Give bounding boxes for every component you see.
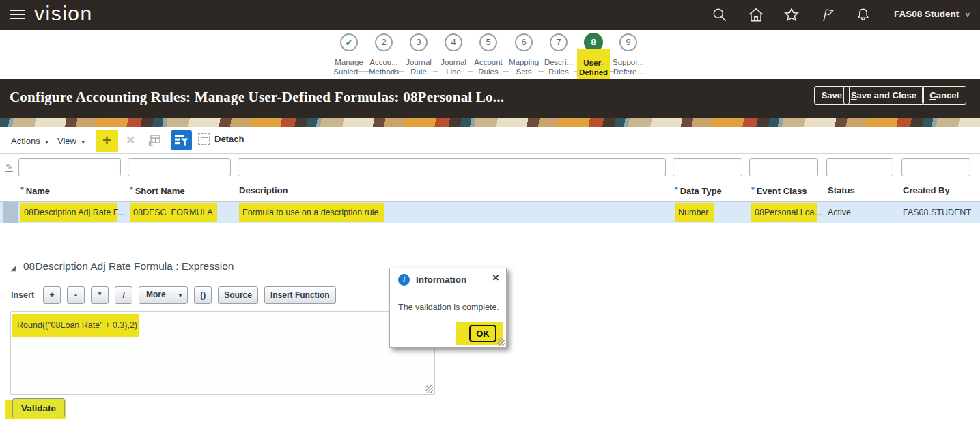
column-header-short-name[interactable]: *Short Name [130,185,185,196]
cell-data-type[interactable]: Number [675,202,746,223]
step-label: Manage [335,58,363,66]
more-split-button[interactable]: More ▾ [139,286,188,304]
cancel-button[interactable]: Cancel [922,86,966,105]
current-step-highlight: User-Defined [577,49,610,79]
train-stop-accounting-methods[interactable]: 2 Accou...Methods [365,33,403,77]
train-stop-journal-rule[interactable]: 3 JournalRule [400,33,438,77]
insert-parentheses-button[interactable]: () [194,286,212,304]
step-number: 6 [515,33,533,51]
filter-input-status[interactable] [826,158,893,176]
user-menu[interactable]: FAS08 Student ∨ [894,9,970,19]
notifications-bell-icon[interactable] [854,6,872,24]
step-label: Mapping [509,58,539,66]
filter-input-created-by[interactable] [901,158,970,176]
train-stop-user-defined[interactable]: 8 User-Defined [574,33,613,79]
train-stop-account-rules[interactable]: 5 AccountRules [469,33,507,77]
insert-minus-button[interactable]: - [67,286,85,304]
column-header-created-by[interactable]: Created By [903,185,950,195]
insert-divide-button[interactable]: / [115,286,132,304]
train-stop-mapping-sets[interactable]: 6 MappingSets [505,33,543,77]
column-header-name[interactable]: *Name [20,185,50,196]
train-stop-journal-line[interactable]: 4 JournalLine [434,33,473,77]
save-and-close-button[interactable]: Save and Close [843,86,924,105]
resize-handle[interactable] [425,385,433,393]
actions-menu[interactable]: Actions ▾ [11,136,48,146]
cell-short-name[interactable]: 08DESC_FORMULA [130,202,234,223]
row-header-cell[interactable] [3,202,18,223]
table-row-selected[interactable]: 08Description Adj Rate F... 08DESC_FORMU… [0,202,980,223]
menu-icon[interactable] [10,10,25,20]
watchlist-flag-icon[interactable] [819,6,837,24]
section-collapse-icon[interactable]: ◢ [10,264,16,273]
delete-row-icon-disabled: ✕ [126,133,135,148]
table-toolbar: Actions ▾ View ▾ + ✕ Detach [0,127,980,154]
dropdown-icon: ▾ [82,139,85,146]
detach-button[interactable]: Detach [198,133,244,145]
user-name: FAS08 Student [894,9,959,19]
detach-icon [198,133,210,145]
chevron-down-icon: ∨ [965,10,970,18]
source-button[interactable]: Source [218,286,258,304]
step-number: 7 [550,33,568,51]
close-icon[interactable]: × [492,271,499,285]
insert-multiply-button[interactable]: * [91,286,109,304]
insert-function-button[interactable]: Insert Function [264,286,336,304]
step-label: Account [474,58,503,66]
filter-input-description[interactable] [238,158,666,176]
validate-button[interactable]: Validate [12,398,65,417]
dropdown-icon: ▾ [45,139,48,146]
step-number: 2 [375,33,393,51]
ok-button[interactable]: OK [469,325,496,342]
step-number: 9 [619,33,637,51]
step-number: 5 [479,33,497,51]
page-title: Configure Accounting Rules: Manage User-… [10,89,504,106]
check-icon: ✓ [340,33,358,51]
train-stop-manage-subledger[interactable]: ✓ ManageSubled... [330,33,368,77]
dialog-message: The validation is complete. [398,303,499,312]
step-number: 4 [445,33,462,51]
duplicate-table-icon [148,134,161,150]
table-header-row: *Name *Short Name Description *Data Type… [0,180,980,202]
step-label: Journal [406,58,432,66]
step-label: Suppor... [613,58,644,66]
expression-section-title: 08Description Adj Rate Formula : Express… [23,260,234,273]
app-window: vision FAS08 Student ∨ ✓ [0,0,980,427]
step-label: User- [583,59,603,67]
filter-input-data-type[interactable] [673,158,742,176]
column-header-data-type[interactable]: *Data Type [675,185,722,196]
train-stop-description-rules[interactable]: 7 Descri...Rules [540,33,578,77]
decorative-banner [0,118,980,127]
insert-plus-button[interactable]: + [43,286,61,304]
query-by-example-button-active[interactable] [171,130,192,150]
progress-train: ✓ ManageSubled... 2 Accou...Methods 3 Jo… [0,30,980,79]
home-icon[interactable] [747,6,765,24]
view-menu[interactable]: View ▾ [57,136,85,146]
add-row-button-highlighted[interactable]: + [96,130,118,152]
column-header-status[interactable]: Status [828,185,855,195]
cell-event-class[interactable]: 08Personal Loa... [751,202,824,223]
column-header-description[interactable]: Description [239,185,288,195]
filter-input-short-name[interactable] [128,158,231,176]
formula-text: Round(("08Loan Rate" + 0.3),2) [17,320,137,330]
plus-icon: + [102,132,111,149]
step-label: Accou... [369,58,398,66]
favorites-star-icon[interactable] [783,6,800,24]
dialog-resize-handle[interactable] [497,338,505,346]
expression-textarea[interactable]: Round(("08Loan Rate" + 0.3),2) [10,311,435,395]
global-header: vision FAS08 Student ∨ [0,0,980,30]
cell-created-by[interactable]: FAS08.STUDENT [903,202,975,223]
cell-status[interactable]: Active [828,202,896,223]
filter-input-event-class[interactable] [749,158,818,176]
detach-label: Detach [214,134,244,144]
cell-name[interactable]: 08Description Adj Rate F... [20,202,124,223]
dropdown-icon: ▾ [173,287,188,303]
cell-description[interactable]: Formula to use on a description rule. [239,202,662,223]
step-label: Descri... [544,58,573,66]
column-header-event-class[interactable]: *Event Class [751,185,807,196]
insert-label: Insert [11,290,34,300]
train-stop-supporting-references[interactable]: 9 Suppor...Refere... [609,33,647,77]
page-header: Configure Accounting Rules: Manage User-… [0,79,980,118]
step-label: Journal [440,58,466,66]
search-icon[interactable] [711,6,729,24]
filter-input-name[interactable] [18,158,121,176]
